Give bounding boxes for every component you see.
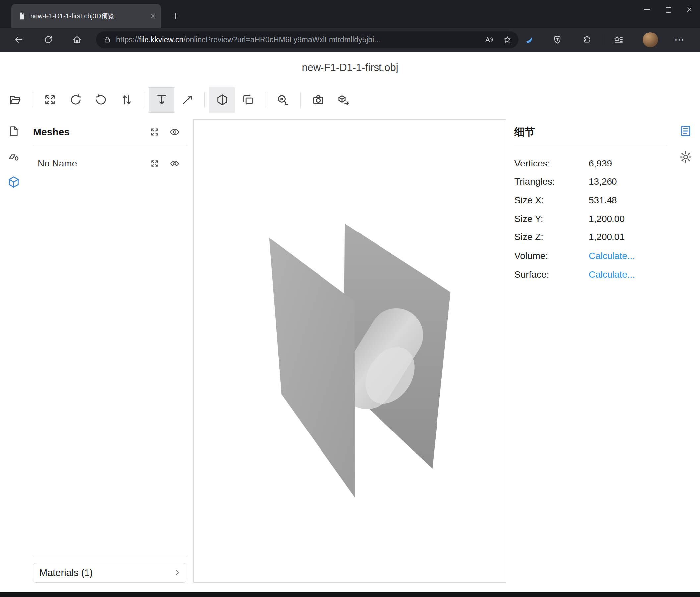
model-render <box>194 120 506 582</box>
page-favicon-icon <box>17 11 26 20</box>
tape-measure-button[interactable] <box>270 87 296 113</box>
flip-up-down-button[interactable] <box>114 87 139 113</box>
url-text: https://file.kkview.cn/onlinePreview?url… <box>116 35 477 44</box>
read-aloud-icon[interactable] <box>482 33 496 47</box>
extension-blue-icon[interactable] <box>522 32 536 47</box>
calculate-surface-link[interactable]: Calculate... <box>589 268 635 281</box>
copy-view-icon <box>241 93 254 106</box>
home-icon[interactable] <box>70 32 84 47</box>
viewer-page: new-F1-D1-1-first.obj <box>0 52 700 592</box>
toolbar-separator <box>144 92 144 108</box>
back-icon[interactable] <box>11 32 26 47</box>
browser-titlebar: new-F1-D1-1-first.obj3D预览 <box>0 0 700 28</box>
mesh-panel-button[interactable] <box>6 175 21 189</box>
materials-button[interactable]: Materials (1) <box>33 563 186 583</box>
shield-t-icon[interactable] <box>550 32 565 47</box>
profile-avatar[interactable] <box>643 32 658 47</box>
translate-tool-button[interactable] <box>149 87 174 113</box>
detail-value: 531.48 <box>589 194 617 207</box>
minimize-icon[interactable] <box>636 0 657 19</box>
materials-divider <box>33 556 188 556</box>
extensions-puzzle-icon[interactable] <box>579 32 594 47</box>
new-tab-button[interactable] <box>168 9 183 23</box>
detail-row: Size Y: 1,200.00 <box>515 212 667 225</box>
rotate-vertical-button[interactable] <box>88 87 114 113</box>
mesh-list-item[interactable]: No Name <box>33 156 188 171</box>
detail-row: Triangles: 13,260 <box>515 175 667 188</box>
export-model-icon <box>337 93 350 106</box>
detail-label: Size Z: <box>515 231 543 244</box>
cube-icon <box>7 175 20 189</box>
detail-value: 6,939 <box>589 157 612 170</box>
url-host: file.kkview.cn <box>139 35 183 44</box>
document-icon <box>7 125 20 138</box>
model-plane-left <box>270 238 355 497</box>
calculate-volume-link[interactable]: Calculate... <box>589 249 635 263</box>
toolbar-separator <box>204 92 205 108</box>
flip-up-down-icon <box>120 93 133 106</box>
visibility-icon[interactable] <box>169 126 180 138</box>
tab-title: new-F1-D1-1-first.obj3D预览 <box>30 11 145 21</box>
zoom-to-fit-icon[interactable] <box>149 126 160 138</box>
detail-label: Vertices: <box>515 157 550 170</box>
zoom-to-fit-icon <box>44 93 57 106</box>
meshes-header-label: Meshes <box>33 126 149 138</box>
details-panel-header: 细节 <box>515 125 667 139</box>
detail-value: 1,200.00 <box>589 212 625 225</box>
page-title: new-F1-D1-1-first.obj <box>0 62 700 74</box>
zoom-to-fit-button[interactable] <box>37 87 62 113</box>
tape-measure-icon <box>276 93 290 106</box>
toolbar-separator <box>32 92 32 108</box>
document-panel-button[interactable] <box>6 124 21 139</box>
screenshot-button[interactable] <box>305 87 331 113</box>
detail-label: Surface: <box>515 268 549 281</box>
bottom-edge <box>0 592 700 597</box>
details-divider <box>515 146 667 146</box>
detail-row: Vertices: 6,939 <box>515 157 667 170</box>
zoom-to-fit-icon[interactable] <box>149 158 160 169</box>
maximize-icon[interactable] <box>657 0 679 19</box>
address-bar[interactable]: https://file.kkview.cn/onlinePreview?url… <box>96 31 518 48</box>
rotate-horizontal-button[interactable] <box>62 87 88 113</box>
chevron-right-icon <box>173 569 181 577</box>
detail-value: 1,200.01 <box>589 231 625 244</box>
material-icon <box>7 150 20 163</box>
detail-label: Size Y: <box>515 212 543 225</box>
export-model-button[interactable] <box>331 87 356 113</box>
detail-label: Triangles: <box>515 175 555 188</box>
view-faces-button[interactable] <box>209 87 235 113</box>
material-panel-button[interactable] <box>6 149 21 164</box>
toolbar-separator <box>300 92 301 108</box>
rotate-vertical-icon <box>95 93 108 106</box>
favorites-hub-icon[interactable] <box>611 32 626 47</box>
model-viewport[interactable] <box>193 119 506 583</box>
browser-tab[interactable]: new-F1-D1-1-first.obj3D预览 <box>11 4 161 28</box>
detail-label: Size X: <box>515 194 544 207</box>
mesh-name: No Name <box>38 158 149 169</box>
more-menu-icon[interactable]: ⋯ <box>672 32 687 47</box>
rotate-horizontal-icon <box>69 93 82 106</box>
settings-button[interactable] <box>678 149 693 165</box>
open-file-icon <box>8 93 22 106</box>
details-list-icon <box>679 124 692 138</box>
copy-view-button[interactable] <box>235 87 260 113</box>
refresh-icon[interactable] <box>41 32 56 47</box>
measure-line-icon <box>181 93 194 106</box>
tab-close-icon[interactable] <box>150 13 156 19</box>
window-controls <box>636 0 700 19</box>
lock-icon <box>103 36 111 44</box>
window-close-icon[interactable] <box>679 0 700 19</box>
details-panel-button[interactable] <box>678 123 693 139</box>
detail-value: 13,260 <box>589 175 617 188</box>
measure-line-button[interactable] <box>174 87 200 113</box>
screenshot-icon <box>311 93 325 106</box>
view-faces-icon <box>216 93 229 106</box>
meshes-panel-header: Meshes <box>33 125 188 139</box>
visibility-icon[interactable] <box>169 158 180 169</box>
viewer-toolbar <box>0 87 700 113</box>
favorite-star-icon[interactable] <box>500 33 515 47</box>
meshes-divider <box>33 146 188 146</box>
detail-row: Volume: Calculate... <box>515 249 667 263</box>
detail-row: Size Z: 1,200.01 <box>515 231 667 244</box>
open-file-button[interactable] <box>2 87 27 113</box>
